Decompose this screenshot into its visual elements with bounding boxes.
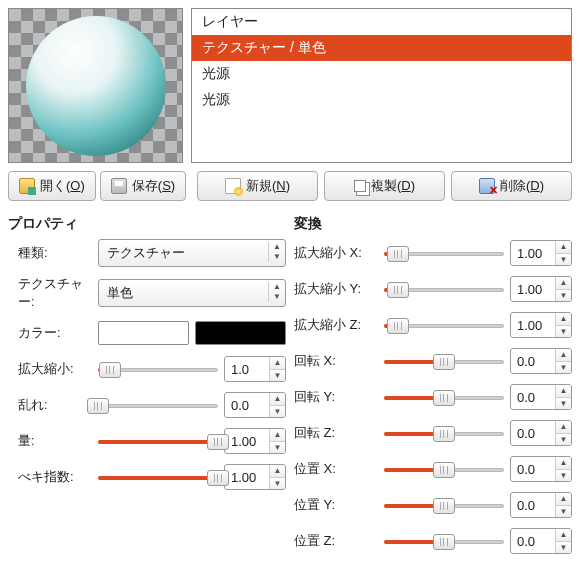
type-select[interactable]: テクスチャー ▲▼ bbox=[98, 239, 286, 267]
list-item[interactable]: 光源 bbox=[192, 61, 571, 87]
scale-label: 拡大縮小: bbox=[8, 360, 98, 378]
posx-label: 位置 X: bbox=[294, 460, 384, 478]
amount-spin[interactable]: 1.00 ▲▼ bbox=[224, 428, 286, 454]
roty-slider[interactable] bbox=[384, 388, 504, 406]
scalex-slider[interactable] bbox=[384, 244, 504, 262]
rotx-label: 回転 X: bbox=[294, 352, 384, 370]
type-value: テクスチャー bbox=[107, 244, 185, 262]
exponent-spin[interactable]: 1.00 ▲▼ bbox=[224, 464, 286, 490]
turbulence-label: 乱れ: bbox=[8, 396, 98, 414]
color-swatch-2[interactable] bbox=[195, 321, 286, 345]
scalez-label: 拡大縮小 Z: bbox=[294, 316, 384, 334]
new-icon bbox=[225, 178, 241, 194]
duplicate-icon bbox=[354, 180, 366, 192]
new-button[interactable]: 新規(N) bbox=[197, 171, 318, 201]
posz-slider[interactable] bbox=[384, 532, 504, 550]
list-item[interactable]: 光源 bbox=[192, 87, 571, 113]
layer-list[interactable]: レイヤー テクスチャー / 単色 光源 光源 bbox=[191, 8, 572, 163]
rotz-spin[interactable]: 0.0▲▼ bbox=[510, 420, 572, 446]
posx-slider[interactable] bbox=[384, 460, 504, 478]
delete-icon bbox=[479, 178, 495, 194]
scalex-spin[interactable]: 1.00▲▼ bbox=[510, 240, 572, 266]
rotz-label: 回転 Z: bbox=[294, 424, 384, 442]
list-item[interactable]: テクスチャー / 単色 bbox=[192, 35, 571, 61]
scaley-label: 拡大縮小 Y: bbox=[294, 280, 384, 298]
roty-label: 回転 Y: bbox=[294, 388, 384, 406]
transform-title: 変換 bbox=[294, 215, 572, 233]
scaley-slider[interactable] bbox=[384, 280, 504, 298]
rotx-slider[interactable] bbox=[384, 352, 504, 370]
rotz-slider[interactable] bbox=[384, 424, 504, 442]
posy-slider[interactable] bbox=[384, 496, 504, 514]
scale-spin[interactable]: 1.0 ▲▼ bbox=[224, 356, 286, 382]
list-item[interactable]: レイヤー bbox=[192, 9, 571, 35]
texture-label: テクスチャー: bbox=[8, 275, 98, 311]
posz-spin[interactable]: 0.0▲▼ bbox=[510, 528, 572, 554]
scalez-slider[interactable] bbox=[384, 316, 504, 334]
color-swatch-1[interactable] bbox=[98, 321, 189, 345]
open-button[interactable]: 開く(O) bbox=[8, 171, 96, 201]
turbulence-spin[interactable]: 0.0 ▲▼ bbox=[224, 392, 286, 418]
scaley-spin[interactable]: 1.00▲▼ bbox=[510, 276, 572, 302]
posy-label: 位置 Y: bbox=[294, 496, 384, 514]
amount-slider[interactable] bbox=[98, 432, 218, 450]
preview-panel bbox=[8, 8, 183, 163]
roty-spin[interactable]: 0.0▲▼ bbox=[510, 384, 572, 410]
exponent-slider[interactable] bbox=[98, 468, 218, 486]
type-label: 種類: bbox=[8, 244, 98, 262]
properties-title: プロパティ bbox=[8, 215, 286, 233]
scalex-label: 拡大縮小 X: bbox=[294, 244, 384, 262]
exponent-label: べキ指数: bbox=[8, 468, 98, 486]
save-icon bbox=[111, 178, 127, 194]
texture-select[interactable]: 単色 ▲▼ bbox=[98, 279, 286, 307]
amount-label: 量: bbox=[8, 432, 98, 450]
sphere-preview bbox=[26, 16, 166, 156]
open-icon bbox=[19, 178, 35, 194]
duplicate-button[interactable]: 複製(D) bbox=[324, 171, 445, 201]
texture-value: 単色 bbox=[107, 284, 133, 302]
scalez-spin[interactable]: 1.00▲▼ bbox=[510, 312, 572, 338]
posy-spin[interactable]: 0.0▲▼ bbox=[510, 492, 572, 518]
posx-spin[interactable]: 0.0▲▼ bbox=[510, 456, 572, 482]
posz-label: 位置 Z: bbox=[294, 532, 384, 550]
rotx-spin[interactable]: 0.0▲▼ bbox=[510, 348, 572, 374]
delete-button[interactable]: 削除(D) bbox=[451, 171, 572, 201]
scale-slider[interactable] bbox=[98, 360, 218, 378]
chevron-updown-icon: ▲▼ bbox=[268, 282, 281, 302]
turbulence-slider[interactable] bbox=[98, 396, 218, 414]
chevron-updown-icon: ▲▼ bbox=[268, 242, 281, 262]
color-label: カラー: bbox=[8, 324, 98, 342]
save-button[interactable]: 保存(S) bbox=[100, 171, 186, 201]
